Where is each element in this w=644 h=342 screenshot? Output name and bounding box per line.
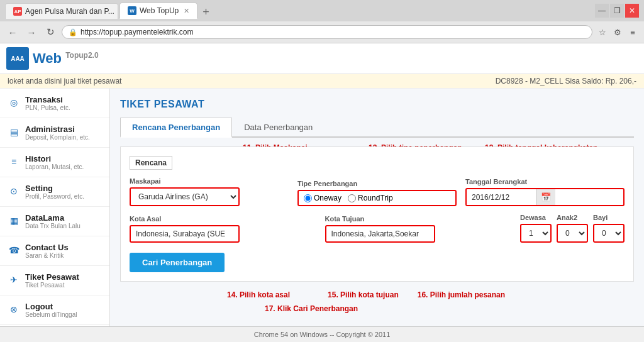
kota-asal-group: Kota Asal [130, 215, 316, 243]
form-container: 11. Pilih Maskapai 12. Pilih tipe penerb… [120, 146, 634, 313]
radio-roundtrip-label: RoundTrip [358, 194, 393, 202]
sidebar-sub-contactus: Saran & Kritik [25, 252, 69, 259]
setting-icon: ⊙ [8, 185, 20, 197]
app-logo: AAA Web Topup2.0 [6, 47, 99, 70]
sidebar-item-setting[interactable]: ⊙ Setting Profil, Password, etc. [0, 177, 109, 207]
new-tab-button[interactable]: + [199, 6, 213, 19]
bayi-label: Bayi [593, 214, 625, 221]
form-row-1: Maskapai Garuda Airlines (GA) Lion Air C… [130, 177, 625, 206]
logo-sub: Topup2.0 [65, 51, 98, 60]
window-close-button[interactable]: ✕ [625, 4, 639, 18]
sidebar-item-logout[interactable]: ⊗ Logout Sebelum diTinggal [0, 295, 109, 325]
notice-left: loket anda disini jual tiket pesawat [8, 77, 121, 86]
anak2-label: Anak2 [557, 214, 588, 221]
annotation-15: 15. Pilih kota tujuan [328, 290, 399, 299]
logo-text: Web Topup2.0 [33, 50, 99, 67]
sidebar-title-contactus: Contact Us [25, 243, 69, 252]
lock-icon: 🔒 [69, 28, 77, 36]
dewasa-select[interactable]: 1023 [520, 224, 552, 243]
anak2-group: Anak2 0123 [557, 214, 588, 243]
maskapai-group: Maskapai Garuda Airlines (GA) Lion Air C… [130, 177, 289, 206]
tab-rencana-penerbangan[interactable]: Rencana Penerbangan [120, 118, 232, 138]
notice-bar: loket anda disini jual tiket pesawat DC8… [0, 74, 644, 89]
tanggal-group: Tanggal Berangkat 📅 [465, 178, 625, 206]
sidebar-item-tiketpesawat[interactable]: ✈ Tiket Pesawat Tiket Pesawat [0, 266, 109, 295]
browser-action-buttons: ☆ ⚙ ≡ [596, 26, 639, 38]
tipe-group: Tipe Penerbangan Oneway RoundTrip [297, 180, 457, 206]
rencana-box: Rencana Maskapai Garuda Airlines (GA) Li… [120, 146, 634, 282]
sidebar-title-logout: Logout [25, 302, 77, 311]
nav-back-button[interactable]: ← [5, 25, 20, 40]
footer-text: Chrome 54 on Windows -- Copyright © 2011 [254, 331, 391, 338]
annotation-14: 14. Pilih kota asal [227, 290, 290, 299]
search-button-row: Cari Penerbangan [130, 250, 625, 272]
tab-close-2[interactable]: ✕ [184, 7, 189, 15]
radio-roundtrip[interactable]: RoundTrip [348, 194, 393, 202]
kota-tujuan-group: Kota Tujuan [325, 215, 512, 243]
radio-oneway-label: Oneway [314, 194, 341, 202]
nav-forward-button[interactable]: → [24, 25, 39, 40]
tab-2[interactable]: W Web TopUp ✕ [119, 3, 197, 19]
sidebar: ◎ Transaksi PLN, Pulsa, etc. ▤ Administr… [0, 89, 110, 342]
tab-bar-row: AP Agen Pulsa Murah dan P... ✕ W Web Top… [0, 0, 644, 21]
sidebar-sub-logout: Sebelum diTinggal [25, 311, 77, 318]
sidebar-sub-setting: Profil, Password, etc. [25, 193, 84, 200]
sidebar-item-administrasi[interactable]: ▤ Administrasi Deposit, Komplain, etc. [0, 118, 109, 148]
form-row-2: Kota Asal Kota Tujuan Dewasa 1023 [130, 214, 625, 243]
dewasa-group: Dewasa 1023 [520, 214, 552, 243]
bayi-select[interactable]: 0123 [593, 224, 625, 243]
tab-favicon-1: AP [13, 7, 22, 16]
window-minimize-button[interactable]: — [595, 4, 609, 18]
address-bar-row: ← → ↻ 🔒 https://topup.paymentelektrik.co… [0, 21, 644, 43]
contactus-icon: ☎ [8, 244, 20, 256]
nav-refresh-button[interactable]: ↻ [43, 25, 58, 40]
sidebar-item-contactus[interactable]: ☎ Contact Us Saran & Kritik [0, 236, 109, 266]
sidebar-item-transaksi[interactable]: ◎ Transaksi PLN, Pulsa, etc. [0, 89, 109, 118]
sidebar-item-datalama[interactable]: ▦ DataLama Data Trx Bulan Lalu [0, 207, 109, 236]
logo-box: AAA [6, 47, 29, 70]
maskapai-label: Maskapai [130, 177, 289, 185]
anak2-select[interactable]: 0123 [557, 224, 588, 243]
address-bar[interactable]: 🔒 https://topup.paymentelektrik.com [62, 25, 592, 39]
tab-label-1: Agen Pulsa Murah dan P... [25, 7, 114, 16]
tab-label-2: Web TopUp [140, 6, 179, 15]
main-layout: ◎ Transaksi PLN, Pulsa, etc. ▤ Administr… [0, 89, 644, 342]
bayi-group: Bayi 0123 [593, 214, 625, 243]
tiketpesawat-icon: ✈ [8, 273, 20, 286]
sidebar-sub-tiketpesawat: Tiket Pesawat [25, 282, 79, 289]
calendar-button[interactable]: 📅 [536, 189, 555, 205]
tab-navigation: Rencana Penerbangan Data Penerbangan [120, 118, 634, 138]
tanggal-input[interactable] [467, 190, 536, 205]
sidebar-item-histori[interactable]: ≡ Histori Laporan, Mutasi, etc. [0, 148, 109, 177]
tabs-container: AP Agen Pulsa Murah dan P... ✕ W Web Top… [5, 3, 213, 19]
radio-roundtrip-input[interactable] [348, 194, 356, 202]
star-button[interactable]: ☆ [596, 26, 609, 38]
extension-button[interactable]: ⚙ [611, 26, 624, 38]
kota-asal-label: Kota Asal [130, 215, 316, 223]
date-wrapper: 📅 [465, 188, 625, 206]
datalama-icon: ▦ [8, 214, 20, 227]
radio-oneway[interactable]: Oneway [304, 194, 341, 202]
sidebar-title-setting: Setting [25, 184, 84, 193]
notice-right: DC8928 - M2_CELL Sisa Saldo: Rp. 206,- [496, 77, 636, 86]
sidebar-sub-histori: Laporan, Mutasi, etc. [25, 163, 84, 170]
rencana-label: Rencana [130, 156, 172, 170]
annotation-17: 17. Klik Cari Penerbangan [265, 304, 634, 313]
sidebar-title-datalama: DataLama [25, 213, 80, 223]
sidebar-title-transaksi: Transaksi [25, 95, 70, 104]
content-area: TIKET PESAWAT Rencana Penerbangan Data P… [110, 89, 644, 342]
bottom-annotations: 14. Pilih kota asal 15. Pilih kota tujua… [120, 290, 634, 299]
footer: Chrome 54 on Windows -- Copyright © 2011 [0, 326, 644, 342]
tipe-label: Tipe Penerbangan [297, 180, 457, 187]
kota-tujuan-input[interactable] [325, 225, 435, 243]
menu-button[interactable]: ≡ [626, 26, 639, 38]
sidebar-sub-administrasi: Deposit, Komplain, etc. [25, 134, 90, 141]
tab-data-penerbangan[interactable]: Data Penerbangan [232, 118, 325, 138]
kota-tujuan-label: Kota Tujuan [325, 215, 512, 223]
radio-oneway-input[interactable] [304, 194, 312, 202]
kota-asal-input[interactable] [130, 225, 240, 243]
cari-penerbangan-button[interactable]: Cari Penerbangan [130, 253, 225, 272]
tab-1[interactable]: AP Agen Pulsa Murah dan P... ✕ [5, 3, 118, 19]
window-restore-button[interactable]: ❐ [610, 4, 624, 18]
maskapai-select[interactable]: Garuda Airlines (GA) Lion Air Citilink B… [130, 187, 240, 206]
